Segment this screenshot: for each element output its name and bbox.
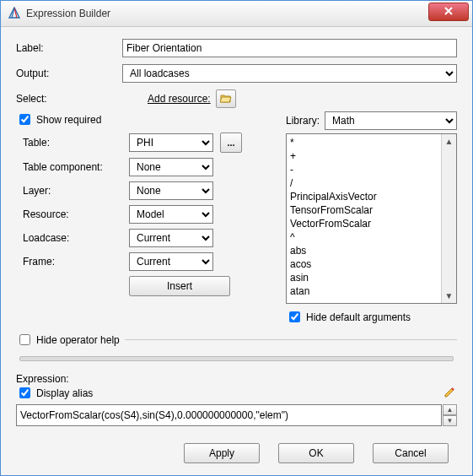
expression-spin-down[interactable]: ▼ <box>443 415 457 426</box>
expression-spin-up[interactable]: ▲ <box>443 404 457 415</box>
library-item[interactable]: ^ <box>290 230 438 244</box>
layer-combo[interactable]: None <box>129 181 213 200</box>
insert-button[interactable]: Insert <box>129 276 230 296</box>
show-required-checkbox[interactable] <box>19 114 30 125</box>
apply-button[interactable]: Apply <box>184 443 260 463</box>
resource-label: Resource: <box>16 208 129 220</box>
window-title: Expression Builder <box>26 8 110 19</box>
library-combo[interactable]: Math <box>325 111 457 130</box>
loadcase-combo[interactable]: Current <box>129 229 213 247</box>
pencil-icon <box>443 385 456 401</box>
add-resource-button[interactable] <box>216 89 236 108</box>
library-item[interactable]: * <box>290 136 438 149</box>
expression-input[interactable] <box>16 404 442 426</box>
add-resource-link[interactable]: Add resource: <box>148 93 211 105</box>
cancel-button[interactable]: Cancel <box>373 443 449 463</box>
label-label: Label: <box>16 42 122 54</box>
library-item[interactable]: acos <box>290 257 438 271</box>
loadcase-label: Loadcase: <box>16 232 129 244</box>
library-item[interactable]: VectorFromScalar <box>290 217 438 230</box>
expression-label: Expression: <box>16 373 457 385</box>
table-component-label: Table component: <box>16 161 129 173</box>
display-alias-label: Display alias <box>36 387 93 399</box>
frame-label: Frame: <box>16 256 129 268</box>
hide-operator-help-checkbox[interactable] <box>19 334 30 345</box>
scroll-down-icon[interactable]: ▼ <box>443 290 454 301</box>
dialog-body: Label: Output: All loadcases Select: Add… <box>1 27 472 475</box>
display-alias-checkbox[interactable] <box>19 387 30 398</box>
folder-open-icon <box>220 93 232 105</box>
edit-expression-button[interactable] <box>442 386 457 401</box>
library-item[interactable]: PrincipalAxisVector <box>290 190 438 203</box>
app-icon <box>8 7 21 20</box>
output-combo[interactable]: All loadcases <box>122 64 457 83</box>
resource-combo[interactable]: Model <box>129 205 213 224</box>
help-slider[interactable] <box>19 356 454 361</box>
library-item[interactable]: + <box>290 149 438 163</box>
label-input[interactable] <box>122 39 457 57</box>
hide-operator-help-label: Hide operator help <box>36 334 120 346</box>
select-panel: Show required Table: PHI ... Table compo… <box>16 111 271 325</box>
output-label: Output: <box>16 68 122 79</box>
ellipsis-icon: ... <box>227 138 234 148</box>
frame-combo[interactable]: Current <box>129 252 213 271</box>
table-browse-button[interactable]: ... <box>220 133 242 153</box>
library-item[interactable]: atan <box>290 284 438 298</box>
table-label: Table: <box>16 137 129 149</box>
expression-spin: ▲ ▼ <box>443 404 457 426</box>
library-item[interactable]: asin <box>290 271 438 284</box>
hide-default-args-checkbox[interactable] <box>289 311 300 322</box>
select-label: Select: <box>16 93 122 105</box>
titlebar: Expression Builder <box>1 1 472 27</box>
scroll-up-icon[interactable]: ▲ <box>443 136 454 147</box>
hide-default-args-label: Hide default arguments <box>306 311 411 323</box>
expression-builder-window: Expression Builder Label: Output: All lo… <box>0 0 473 476</box>
separator <box>125 339 457 340</box>
library-item[interactable]: - <box>290 163 438 176</box>
table-combo[interactable]: PHI <box>129 133 213 152</box>
library-item[interactable]: / <box>290 176 438 190</box>
library-item[interactable]: TensorFromScalar <box>290 203 438 217</box>
layer-label: Layer: <box>16 185 129 197</box>
close-icon <box>443 6 454 18</box>
library-item[interactable]: abs <box>290 244 438 257</box>
library-label: Library: <box>286 115 320 127</box>
scrollbar[interactable]: ▲ ▼ <box>441 134 456 303</box>
table-component-combo[interactable]: None <box>129 158 213 176</box>
library-panel: Library: Math *+-/PrincipalAxisVectorTen… <box>286 111 457 325</box>
library-listbox[interactable]: *+-/PrincipalAxisVectorTensorFromScalarV… <box>286 133 457 304</box>
close-button[interactable] <box>428 3 469 21</box>
show-required-label: Show required <box>36 114 101 126</box>
ok-button[interactable]: OK <box>278 443 354 463</box>
